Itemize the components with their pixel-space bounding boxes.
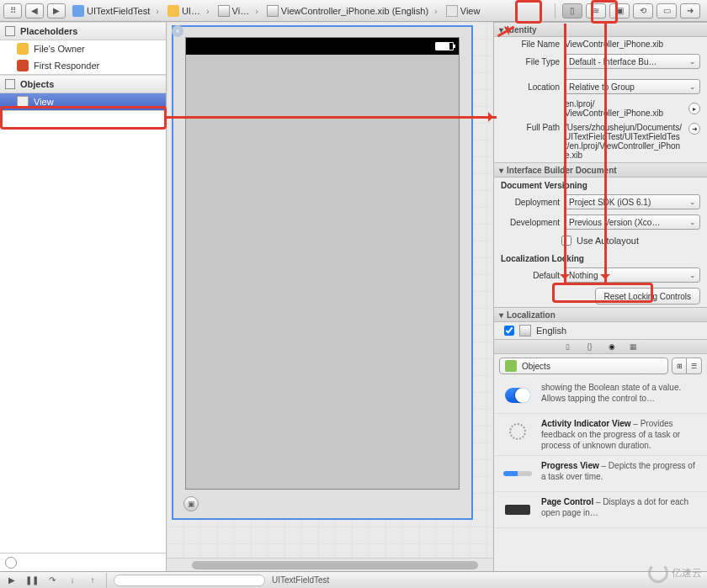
file-type-label: File Type xyxy=(501,57,560,66)
bc-project[interactable]: UITextFieldTest xyxy=(69,5,162,17)
battery-icon xyxy=(435,42,454,50)
document-outline: Placeholders File's Owner First Responde… xyxy=(0,22,167,571)
reset-locking-button[interactable]: Reset Locking Controls xyxy=(595,288,700,305)
inspector-tabs: ▯ ≋ ▣ ⟲ ▭ ➜ xyxy=(559,0,704,22)
top-toolbar: ⠿ ◀ ▶ UITextFieldTest UI… Vi… ViewContro… xyxy=(0,0,707,22)
objects-header[interactable]: Objects xyxy=(0,75,166,93)
target-name: UITextFieldTest xyxy=(272,575,329,585)
lib-tab-file[interactable]: ▯ xyxy=(561,341,575,352)
location-label: Location xyxy=(501,82,560,92)
pause-icon[interactable]: ❚❚ xyxy=(25,575,39,586)
bc-file[interactable]: ViewController_iPhone.xib (English) xyxy=(263,5,441,17)
library-list[interactable]: showing the Boolean state of a value. Al… xyxy=(494,378,707,571)
tab-connections[interactable]: ➜ xyxy=(680,3,700,19)
nav-fwd-btn[interactable]: ▶ xyxy=(47,3,66,19)
breadcrumb[interactable]: UITextFieldTest UI… Vi… ViewController_i… xyxy=(69,5,551,17)
use-autolayout-label: Use Autolayout xyxy=(577,236,639,246)
list-item: Page Control – Displays a dot for each o… xyxy=(494,492,707,528)
list-item: Progress View – Depicts the progress of … xyxy=(494,456,707,492)
play-icon[interactable]: ▶ xyxy=(5,575,19,586)
xib-icon xyxy=(519,325,531,336)
outline-filter[interactable] xyxy=(0,553,166,571)
localization-section-head[interactable]: ▾ Localization xyxy=(494,307,707,322)
loc-lock-title: Localization Locking xyxy=(494,251,707,265)
view-object-item[interactable]: View xyxy=(0,93,166,110)
default-label: Default xyxy=(501,271,560,280)
lib-tab-code[interactable]: {} xyxy=(583,341,597,352)
canvas-scrollbar[interactable] xyxy=(167,558,493,571)
deployment-label: Deployment xyxy=(501,198,560,207)
activity-indicator-icon xyxy=(509,423,526,440)
lib-tab-objects[interactable]: ◉ xyxy=(605,341,619,352)
root-view[interactable] xyxy=(185,37,460,490)
library-tabs: ▯ {} ◉ ▦ xyxy=(494,339,707,354)
debug-bar: ▶ ❚❚ ↷ ↓ ↑ UITextFieldTest xyxy=(0,571,707,588)
reveal-fullpath-icon[interactable]: ➜ xyxy=(688,123,700,135)
lib-view-grid[interactable]: ⊞ xyxy=(672,358,687,374)
identity-section-head[interactable]: ▾ Identity xyxy=(494,22,707,37)
inspector-panel: ▾ Identity File NameViewController_iPhon… xyxy=(493,22,707,571)
deployment-select[interactable]: Project SDK (iOS 6.1) xyxy=(565,194,700,209)
ib-canvas[interactable]: × ▣ xyxy=(167,22,493,558)
device-frame[interactable]: × ▣ xyxy=(172,25,473,520)
canvas: × ▣ xyxy=(167,22,493,571)
default-select[interactable]: Nothing xyxy=(565,268,700,283)
english-label: English xyxy=(536,326,566,336)
files-owner-item[interactable]: File's Owner xyxy=(0,40,166,57)
use-autolayout-row[interactable]: Use Autolayout xyxy=(494,232,707,251)
full-path-value: /Users/zhoushejun/Documents/UITextFieldT… xyxy=(565,123,683,160)
bc-group[interactable]: Vi… xyxy=(215,5,262,17)
step-into-icon[interactable]: ↓ xyxy=(66,575,79,586)
lib-tab-media[interactable]: ▦ xyxy=(627,341,641,352)
ibd-section-head[interactable]: ▾ Interface Builder Document xyxy=(494,162,707,177)
close-scene-icon[interactable]: × xyxy=(172,25,183,37)
bc-folder[interactable]: UI… xyxy=(164,5,213,17)
tab-quick-help[interactable]: ≋ xyxy=(586,3,606,19)
file-name-value: ViewController_iPhone.xib xyxy=(565,40,700,49)
list-item: Activity Indicator View – Provides feedb… xyxy=(494,414,707,456)
first-responder-item[interactable]: First Responder xyxy=(0,57,166,74)
library-filter-select[interactable]: Objects xyxy=(499,358,668,374)
step-over-icon[interactable]: ↷ xyxy=(45,575,59,586)
tab-file-inspector[interactable]: ▯ xyxy=(562,3,582,19)
location-path: en.lproj/ ViewController_iPhone.xib xyxy=(565,99,683,118)
full-path-label: Full Path xyxy=(501,123,560,132)
doc-versioning-title: Document Versioning xyxy=(494,177,707,192)
development-select[interactable]: Previous Version (Xco… xyxy=(565,215,700,230)
english-checkbox[interactable] xyxy=(504,326,514,336)
reveal-location-icon[interactable]: ▸ xyxy=(688,103,700,114)
location-select[interactable]: Relative to Group xyxy=(565,79,700,94)
status-bar xyxy=(186,38,459,55)
nav-back-btn[interactable]: ◀ xyxy=(25,3,44,19)
minimize-scene-icon[interactable]: ▣ xyxy=(183,496,199,511)
lib-view-list[interactable]: ☰ xyxy=(687,358,702,374)
use-autolayout-checkbox[interactable] xyxy=(561,236,571,246)
file-type-select[interactable]: Default - Interface Bu… xyxy=(565,54,700,69)
file-name-label: File Name xyxy=(501,40,560,49)
related-items-btn[interactable]: ⠿ xyxy=(3,3,22,19)
step-out-icon[interactable]: ↑ xyxy=(86,575,99,586)
tab-identity[interactable]: ▣ xyxy=(609,3,630,19)
progress-icon xyxy=(503,471,532,476)
switch-icon xyxy=(505,388,530,403)
tab-size[interactable]: ▭ xyxy=(656,3,677,19)
debug-filter[interactable] xyxy=(114,575,265,586)
filter-icon xyxy=(5,557,17,569)
objects-icon xyxy=(505,360,517,372)
list-item: showing the Boolean state of a value. Al… xyxy=(494,378,707,414)
development-label: Development xyxy=(501,218,560,227)
tab-attributes[interactable]: ⟲ xyxy=(633,3,653,19)
bc-view[interactable]: View xyxy=(443,5,490,17)
placeholders-header[interactable]: Placeholders xyxy=(0,22,166,40)
page-control-icon xyxy=(505,505,530,515)
